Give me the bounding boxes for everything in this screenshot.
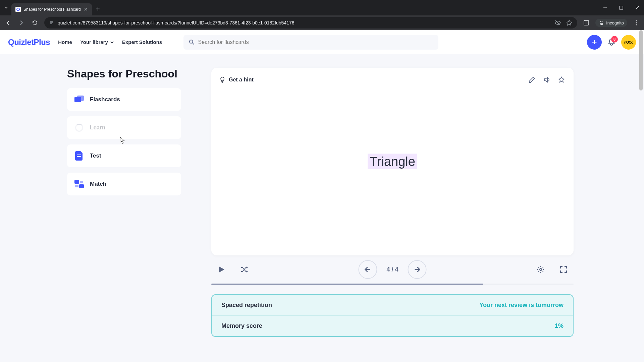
mode-match-label: Match <box>90 181 106 187</box>
notification-badge: 8 <box>611 36 618 43</box>
site-info-icon[interactable] <box>49 20 54 25</box>
star-icon <box>558 76 565 83</box>
mode-flashcards-label: Flashcards <box>90 96 120 103</box>
browser-forward-button[interactable] <box>17 19 25 27</box>
progress-bar <box>211 284 574 285</box>
mode-test[interactable]: Test <box>67 144 181 167</box>
search-input[interactable] <box>198 39 433 45</box>
svg-rect-1 <box>620 6 623 9</box>
browser-reload-button[interactable] <box>31 19 39 27</box>
set-title: Shapes for Preschool <box>67 68 181 80</box>
new-tab-button[interactable]: + <box>96 5 100 13</box>
play-button[interactable] <box>214 262 229 277</box>
avatar[interactable]: nOOc <box>621 35 636 50</box>
arrow-left-icon <box>364 265 372 274</box>
svg-rect-5 <box>584 20 589 25</box>
nav-expert-solutions[interactable]: Expert Solutions <box>122 39 162 45</box>
play-icon <box>218 266 225 273</box>
browser-tab[interactable]: Shapes for Preschool Flashcard ✕ <box>11 3 92 15</box>
svg-rect-16 <box>74 180 79 184</box>
sr-memory-value: 1% <box>555 322 564 329</box>
shuffle-icon <box>240 265 248 274</box>
tab-close-icon[interactable]: ✕ <box>84 7 88 12</box>
window-maximize[interactable] <box>617 4 625 12</box>
mode-learn-label: Learn <box>90 124 105 131</box>
svg-line-11 <box>193 43 194 44</box>
search-icon <box>189 39 195 45</box>
incognito-label: Incognito <box>606 20 624 25</box>
svg-rect-15 <box>77 156 81 157</box>
svg-point-20 <box>540 268 542 270</box>
nav-your-library-label: Your library <box>80 39 108 45</box>
shuffle-button[interactable] <box>237 262 252 277</box>
mode-test-label: Test <box>90 153 101 159</box>
quizlet-logo[interactable]: QuizletPlus <box>8 38 50 47</box>
page-scrollbar[interactable] <box>639 30 643 362</box>
prev-card-button[interactable] <box>358 260 377 279</box>
avatar-text: nOOc <box>624 40 633 44</box>
svg-point-9 <box>636 24 637 25</box>
progress-fill <box>211 284 483 285</box>
card-term: Triangle <box>368 154 417 169</box>
sr-memory-label: Memory score <box>221 322 262 329</box>
nav-home[interactable]: Home <box>58 39 72 45</box>
chevron-down-icon <box>110 40 114 44</box>
nav-your-library[interactable]: Your library <box>80 39 114 45</box>
mode-flashcards[interactable]: Flashcards <box>67 88 181 111</box>
incognito-icon <box>599 20 604 25</box>
mode-match[interactable]: Match <box>67 173 181 195</box>
browser-back-button[interactable] <box>4 19 12 27</box>
edit-button[interactable] <box>528 76 536 84</box>
card-counter: 4 / 4 <box>386 266 398 273</box>
svg-rect-3 <box>50 22 53 23</box>
search-container[interactable] <box>183 35 438 50</box>
gear-icon <box>537 265 545 274</box>
audio-button[interactable] <box>543 76 551 84</box>
tab-title: Shapes for Preschool Flashcard <box>23 7 81 12</box>
flashcard[interactable]: Get a hint Trian <box>211 68 574 255</box>
tab-favicon <box>15 7 21 12</box>
arrow-right-icon <box>413 265 421 274</box>
settings-button[interactable] <box>533 262 548 277</box>
side-panel-icon[interactable] <box>583 19 590 26</box>
sr-next-review: Your next review is tomorrow <box>479 302 564 309</box>
spaced-repetition-panel: Spaced repetition Your next review is to… <box>211 294 574 337</box>
svg-point-10 <box>190 40 193 43</box>
star-button[interactable] <box>557 76 566 84</box>
fullscreen-icon <box>560 266 567 273</box>
next-card-button[interactable] <box>408 260 427 279</box>
fullscreen-button[interactable] <box>556 262 571 277</box>
lightbulb-icon <box>219 77 225 83</box>
tab-search-dropdown[interactable] <box>3 4 9 11</box>
incognito-badge[interactable]: Incognito <box>595 19 627 27</box>
pencil-icon <box>529 76 535 83</box>
svg-rect-2 <box>50 21 53 22</box>
browser-menu-icon[interactable] <box>633 19 640 26</box>
test-icon <box>74 151 84 161</box>
notifications-button[interactable]: 8 <box>607 38 616 47</box>
hint-label: Get a hint <box>229 77 254 83</box>
hint-button[interactable]: Get a hint <box>219 77 254 83</box>
flashcards-icon <box>74 95 84 104</box>
eye-blocked-icon[interactable] <box>554 19 561 26</box>
url-bar[interactable]: quizlet.com/879583119/shapes-for-prescho… <box>44 17 577 28</box>
svg-rect-13 <box>77 96 84 101</box>
sr-title: Spaced repetition <box>221 302 272 309</box>
bookmark-star-icon[interactable] <box>566 19 573 26</box>
match-icon <box>74 179 84 189</box>
window-close[interactable] <box>633 4 641 12</box>
url-text: quizlet.com/879583119/shapes-for-prescho… <box>58 20 294 25</box>
svg-rect-17 <box>79 184 84 188</box>
scrollbar-thumb[interactable] <box>639 30 643 90</box>
svg-point-8 <box>636 22 637 23</box>
svg-rect-14 <box>77 155 81 155</box>
svg-rect-4 <box>50 23 52 24</box>
svg-rect-19 <box>75 185 78 187</box>
loading-spinner-icon <box>74 123 84 132</box>
window-minimize[interactable] <box>601 4 609 12</box>
mode-learn[interactable]: Learn <box>67 116 181 139</box>
speaker-icon <box>543 76 550 83</box>
svg-rect-18 <box>80 181 83 183</box>
create-button[interactable]: + <box>587 35 602 50</box>
svg-point-7 <box>636 20 637 21</box>
